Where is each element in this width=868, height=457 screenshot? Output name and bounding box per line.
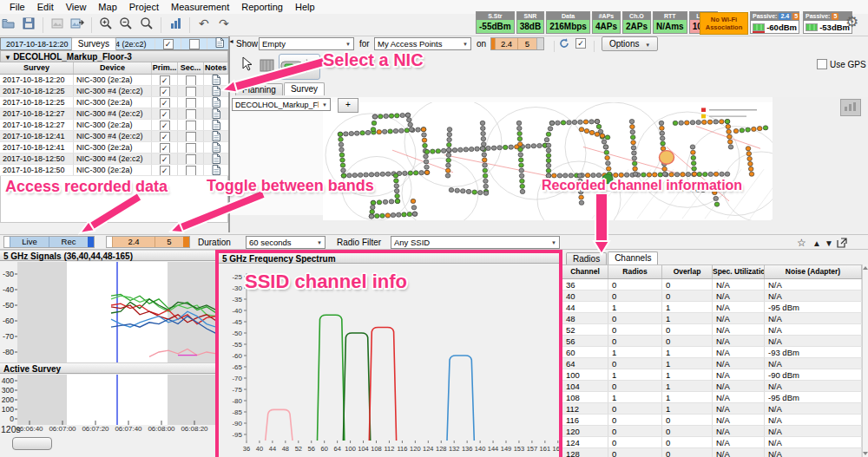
options-button[interactable]: Options ▼ — [602, 36, 658, 51]
wall-jack-icon[interactable] — [260, 59, 274, 74]
channel-row[interactable]: 12800N/AN/A — [562, 448, 868, 457]
survey-row[interactable]: 2017-10-18-12:27NIC-300 (2e:2a)✓ — [0, 120, 228, 131]
tab-radios[interactable]: Radios — [566, 252, 607, 264]
channel-row[interactable]: 10811N/A-95 dBm — [562, 392, 868, 403]
move-down-icon[interactable]: ▼ — [825, 238, 833, 248]
channel-row[interactable]: 6401N/AN/A — [562, 358, 868, 369]
primary-checkbox[interactable]: ✓ — [160, 121, 170, 130]
primary-checkbox[interactable]: ✓ — [160, 143, 170, 153]
primary-checkbox[interactable]: ✓ — [160, 109, 170, 119]
menu-edit[interactable]: Edit — [31, 2, 60, 12]
redo-icon[interactable]: ↷ — [215, 16, 233, 34]
primary-checkbox[interactable]: ✓ — [160, 132, 170, 141]
tab-planning[interactable]: Planning — [235, 83, 283, 95]
scroll-up-icon[interactable] — [863, 266, 868, 270]
chart-icon[interactable] — [167, 16, 184, 34]
channel-row[interactable]: 4411N/A-95 dBm — [562, 302, 868, 313]
add-floor-button[interactable]: + — [338, 98, 358, 113]
survey-row[interactable]: 2017-10-18-12:41NIC-300 (2e:2a)✓ — [0, 142, 228, 153]
secondary-checkbox[interactable] — [186, 143, 196, 153]
band-5-button[interactable]: 5 — [517, 38, 536, 49]
survey-row[interactable]: 2017-10-18-12:50NIC-300 (2e:2a)✓ — [0, 165, 228, 176]
survey-col-0[interactable]: Survey — [0, 62, 74, 74]
band-2_4-button[interactable]: 2.4 — [112, 237, 155, 247]
channels-col-4[interactable]: Noise (Adapter) — [765, 265, 862, 278]
survey-group-header[interactable]: ▼ DECOLHOL_Markup_Floor-3 — [0, 50, 228, 62]
primary-checkbox[interactable]: ✓ — [163, 39, 174, 49]
primary-checkbox[interactable]: ✓ — [160, 154, 170, 164]
note-icon[interactable] — [212, 165, 220, 175]
menu-reporting[interactable]: Reporting — [235, 2, 289, 12]
channel-row[interactable]: 6011N/A-93 dBm — [562, 347, 868, 358]
note-icon[interactable] — [212, 86, 220, 96]
primary-checkbox[interactable]: ✓ — [160, 166, 170, 175]
channels-col-2[interactable]: Overlap — [662, 265, 713, 278]
secondary-checkbox[interactable] — [189, 39, 200, 49]
tab-surveys[interactable]: Surveys — [71, 37, 116, 50]
open-icon[interactable] — [0, 16, 17, 34]
export-panel-icon[interactable] — [837, 238, 847, 251]
channel-row[interactable]: 5200N/AN/A — [562, 324, 868, 336]
note-icon[interactable] — [212, 142, 220, 153]
survey-col-1[interactable]: Device — [74, 62, 152, 74]
secondary-checkbox[interactable] — [186, 154, 196, 164]
channel-row[interactable]: 12000N/AN/A — [562, 426, 868, 437]
save-icon[interactable] — [20, 16, 37, 34]
move-up-icon[interactable]: ▲ — [812, 238, 821, 248]
scrollbar[interactable] — [862, 264, 868, 457]
channel-row[interactable]: 12400N/AN/A — [562, 437, 868, 448]
channel-row[interactable]: 4801N/AN/A — [562, 313, 868, 324]
primary-checkbox[interactable]: ✓ — [160, 98, 170, 108]
radio-filter-select[interactable]: Any SSID▼ — [391, 236, 560, 249]
image-export-icon[interactable] — [69, 16, 86, 34]
zoom-reset-icon[interactable] — [138, 16, 155, 34]
show-select[interactable]: Empty▼ — [259, 37, 354, 50]
note-icon[interactable] — [212, 108, 220, 119]
secondary-checkbox[interactable] — [186, 109, 196, 119]
spectrum-chart[interactable]: -25-30-35-40-45-50-55-60-65-70-75-80-85-… — [217, 264, 561, 455]
channels-col-0[interactable]: Channel — [562, 265, 608, 278]
active-survey-chart[interactable]: 4003002001000 — [0, 375, 215, 425]
image-icon[interactable] — [49, 16, 66, 34]
undo-icon[interactable]: ↶ — [195, 16, 213, 34]
note-icon[interactable] — [212, 153, 220, 164]
survey-col-4[interactable]: Notes — [204, 62, 228, 74]
zoom-in-icon[interactable] — [97, 16, 115, 34]
signals-chart[interactable]: -30-40-50-60-70-80 — [0, 262, 215, 362]
menu-view[interactable]: View — [60, 2, 93, 12]
panel-collapse-icon[interactable]: ◄ — [228, 38, 234, 44]
band-2_4-button[interactable]: 2.4 — [495, 38, 518, 49]
channel-row[interactable]: 5600N/AN/A — [562, 336, 868, 347]
note-icon[interactable] — [212, 131, 220, 141]
survey-row[interactable]: 2017-10-18-12:27NIC-300 #4 (2e:c2)✓ — [0, 108, 228, 120]
cursor-tool-icon[interactable] — [241, 56, 253, 74]
survey-row[interactable]: 2017-10-18-12:25NIC-300 #4 (2e:c2)✓ — [0, 86, 228, 97]
primary-checkbox[interactable]: ✓ — [160, 75, 170, 85]
survey-row[interactable]: 2017-10-18-12:20NIC-300 (2e:2a)✓ — [0, 75, 228, 86]
floor-select[interactable]: DECOLHOL_Markup_Floor-3▼ — [232, 98, 331, 111]
note-icon[interactable] — [212, 75, 220, 85]
channels-col-3[interactable]: Spec. Utilization — [713, 265, 765, 278]
channel-row[interactable]: 11201N/AN/A — [562, 403, 868, 415]
for-select[interactable]: My Access Points▼ — [374, 37, 471, 50]
survey-col-3[interactable]: Sec... — [178, 62, 204, 74]
live-button[interactable]: Live — [10, 237, 49, 247]
survey-row[interactable]: 2017-10-18-12:25NIC-300 (2e:2a)✓ — [0, 97, 228, 108]
secondary-checkbox[interactable] — [186, 121, 196, 130]
note-icon[interactable] — [212, 120, 220, 130]
map-tool-button[interactable] — [840, 99, 861, 116]
tab-channels[interactable]: Channels — [608, 251, 658, 264]
survey-col-2[interactable]: Prim... — [152, 62, 178, 74]
auto-refresh-checkbox[interactable]: ✓ — [575, 38, 586, 49]
channel-row[interactable]: 10401N/AN/A — [562, 381, 868, 392]
refresh-icon[interactable] — [558, 37, 570, 51]
channel-row[interactable]: 3600N/AN/A — [562, 279, 868, 291]
primary-checkbox[interactable]: ✓ — [160, 87, 170, 96]
menu-file[interactable]: File — [3, 2, 31, 12]
channels-col-1[interactable]: Radios — [608, 265, 662, 278]
survey-row[interactable]: 2017-10-18-12:20NIC-300 #4 (2e:c2)✓ — [0, 37, 235, 50]
menu-help[interactable]: Help — [289, 2, 321, 12]
gear-icon[interactable]: ⚙ — [845, 13, 858, 31]
channel-row[interactable]: 10011N/A-90 dBm — [562, 369, 868, 381]
tab-survey[interactable]: Survey — [284, 82, 325, 95]
